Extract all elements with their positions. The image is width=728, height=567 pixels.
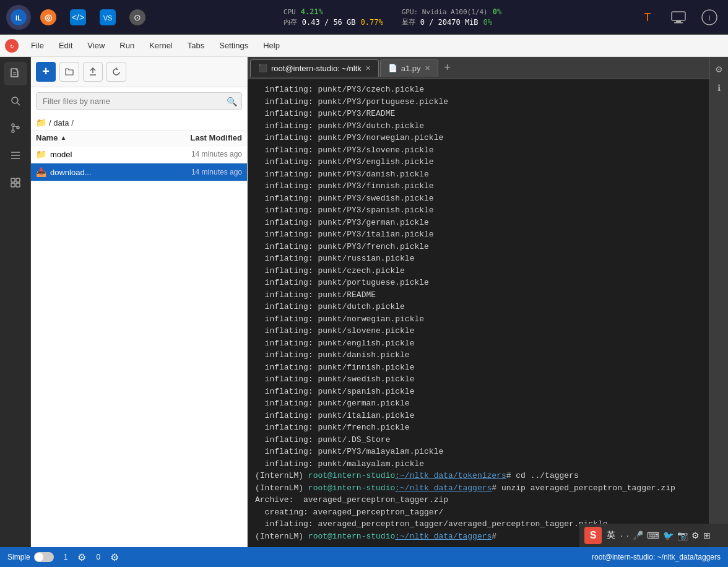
terminal-line: inflating: punkt/italian.pickle [255, 410, 702, 422]
menu-edit[interactable]: Edit [53, 38, 79, 53]
status-zero: 0 [96, 553, 100, 561]
ime-bird-icon[interactable]: 🐦 [663, 530, 674, 540]
menu-file[interactable]: File [25, 38, 50, 53]
sidebar-files-btn[interactable] [4, 62, 27, 85]
ime-grid-icon[interactable]: ⊞ [703, 530, 711, 540]
search-input[interactable] [36, 92, 242, 110]
icon-monitor[interactable] [666, 5, 691, 30]
file-row-model[interactable]: 📁 model 14 minutes ago [31, 145, 247, 163]
sidebar-extensions-btn[interactable] [4, 171, 27, 194]
terminal-content[interactable]: inflating: punkt/PY3/czech.pickle inflat… [248, 79, 709, 547]
cpu-value: 4.21% [301, 7, 323, 16]
icon-code[interactable]: </> [66, 5, 90, 30]
toggle-thumb [35, 553, 43, 561]
svg-line-21 [17, 103, 20, 105]
sidebar-search-btn[interactable] [4, 89, 27, 113]
svg-text:⊙: ⊙ [134, 12, 141, 22]
svg-rect-12 [676, 20, 681, 22]
main-layout: + 🔍 [0, 57, 728, 547]
svg-point-22 [12, 124, 14, 126]
refresh-btn[interactable] [106, 62, 126, 82]
ime-camera-icon[interactable]: 📷 [677, 530, 688, 540]
terminal-line: inflating: punkt/PY3/dutch.pickle [255, 120, 702, 132]
icon-info[interactable]: i [697, 5, 722, 30]
svg-rect-11 [672, 12, 685, 20]
tab-a1py[interactable]: 📄 a1.py ✕ [380, 59, 438, 77]
tab-add-btn[interactable]: + [440, 60, 456, 76]
terminal-line: inflating: punkt/PY3/slovene.pickle [255, 144, 702, 157]
file-header-name-col[interactable]: Name ▲ [36, 133, 155, 142]
tab-terminal[interactable]: ⬛ root@intern-studio: ~/nltk ✕ [250, 59, 379, 77]
breadcrumb-folder-icon: 📁 [36, 118, 46, 128]
terminal-line: inflating: punkt/PY3/danish.pickle [255, 168, 702, 181]
terminal-line: inflating: punkt/portuguese.pickle [255, 277, 702, 289]
terminal-line: inflating: punkt/PY3/italian.pickle [255, 228, 702, 241]
svg-rect-31 [11, 183, 15, 187]
icon-tf[interactable]: T [635, 5, 660, 30]
ime-mode-label[interactable]: 英 [607, 530, 615, 541]
terminal-line: inflating: punkt/PY3/norwegian.pickle [255, 132, 702, 144]
file-header-modified-col[interactable]: Last Modified [155, 133, 242, 142]
gpu-value: 0% [493, 7, 501, 16]
tab-bar: ⬛ root@intern-studio: ~/nltk ✕ 📄 a1.py ✕… [248, 57, 709, 79]
svg-rect-32 [16, 183, 20, 187]
status-left: Simple 1 ⚙ 0 ⚙ [7, 552, 119, 563]
app-logo[interactable]: ↻ [5, 39, 19, 53]
ime-gear-icon[interactable]: ⚙ [691, 530, 700, 540]
toggle-switch[interactable]: Simple [7, 552, 54, 562]
terminal-line: inflating: punkt/german.pickle [255, 397, 702, 410]
menu-settings[interactable]: Settings [213, 38, 254, 53]
upload-btn[interactable] [83, 62, 103, 82]
icon-vscode[interactable]: VS [95, 5, 120, 30]
toggle-track[interactable] [34, 552, 54, 562]
terminal-archive-line: creating: averaged_perceptron_tagger/ [255, 506, 702, 519]
menu-run[interactable]: Run [113, 38, 141, 53]
svg-rect-29 [11, 178, 15, 182]
tab-a1py-close[interactable]: ✕ [425, 64, 430, 72]
new-folder-btn[interactable] [59, 62, 79, 82]
search-box[interactable]: 🔍 [36, 92, 242, 110]
icon-sidebar [0, 57, 31, 547]
file-row-download[interactable]: 📥 download... 14 minutes ago [31, 163, 247, 181]
svg-point-23 [12, 130, 14, 132]
tab-terminal-close[interactable]: ✕ [365, 64, 371, 72]
file-modified-model: 14 minutes ago [191, 150, 242, 158]
ime-keyboard-icon[interactable]: ⌨ [647, 530, 659, 540]
vram-label: 显存 [402, 17, 415, 27]
terminal-line: inflating: punkt/norwegian.pickle [255, 313, 702, 326]
new-file-btn[interactable]: + [36, 62, 56, 82]
menu-tabs[interactable]: Tabs [181, 38, 210, 53]
gpu-label: GPU: Nvidia A100(1/4) [402, 8, 488, 16]
ime-mic-icon[interactable]: 🎤 [633, 530, 643, 540]
icon-compass[interactable]: ⊙ [125, 5, 150, 30]
terminal-line: inflating: punkt/README [255, 289, 702, 301]
svg-rect-30 [16, 178, 20, 182]
right-info-btn[interactable]: ℹ [712, 80, 727, 95]
status-settings-icon[interactable]: ⚙ [110, 552, 119, 563]
tab-terminal-icon: ⬛ [258, 64, 267, 72]
terminal-prompt-1: (InternLM) root@intern-studio:~/nltk_dat… [255, 470, 702, 482]
menu-view[interactable]: View [81, 38, 111, 53]
icon-internlm[interactable]: IL [6, 5, 31, 30]
cpu-label: CPU [284, 8, 296, 16]
right-settings-btn[interactable]: ⚙ [712, 62, 727, 77]
terminal-line: inflating: punkt/spanish.pickle [255, 386, 702, 398]
sidebar-git-btn[interactable] [4, 116, 27, 140]
editor-panel: ⬛ root@intern-studio: ~/nltk ✕ 📄 a1.py ✕… [248, 57, 709, 547]
file-name-label: Name [36, 133, 58, 142]
folder-icon-model: 📁 [36, 149, 46, 159]
sidebar-list-btn[interactable] [4, 144, 27, 167]
terminal-line: inflating: punkt/russian.pickle [255, 253, 702, 265]
svg-text:i: i [709, 13, 711, 22]
terminal-line: inflating: punkt/PY3/portuguese.pickle [255, 96, 702, 108]
icon-jupyter[interactable]: ◎ [36, 5, 61, 30]
menu-kernel[interactable]: Kernel [143, 38, 179, 53]
menu-help[interactable]: Help [257, 38, 286, 53]
memory-value: 0.43 / 56 GB [302, 18, 356, 27]
status-kernel-icon: ⚙ [77, 552, 86, 563]
terminal-line: inflating: punkt/PY3/swedish.pickle [255, 193, 702, 205]
ime-logo[interactable]: S [584, 527, 602, 544]
ime-bar: S 英 · · 🎤 ⌨ 🐦 📷 ⚙ ⊞ [579, 524, 728, 547]
terminal-line: inflating: punkt/PY3/czech.pickle [255, 84, 702, 96]
ime-icons: · · 🎤 ⌨ 🐦 📷 ⚙ ⊞ [620, 530, 711, 540]
